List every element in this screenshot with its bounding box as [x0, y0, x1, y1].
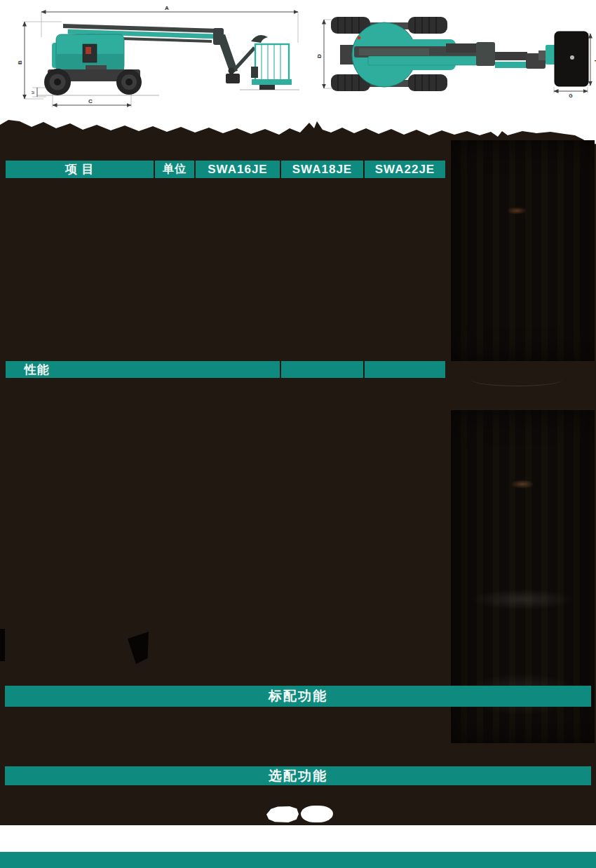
side-view-diagram: A B C M — [15, 4, 304, 114]
model-label: SWA18JE — [292, 163, 352, 177]
section-row-performance-cell — [365, 361, 445, 378]
boom-lift-side-view — [36, 24, 299, 95]
dim-label-g: G — [569, 93, 573, 98]
boom-lift-top-view — [331, 17, 588, 91]
table-header-model-swa18je: SWA18JE — [281, 161, 363, 178]
dim-label-b: B — [17, 60, 23, 65]
photo-glint — [470, 589, 575, 610]
footer-brand-bar — [0, 852, 596, 868]
optional-features-bar: 选配功能 — [5, 766, 591, 785]
logo-glyph-right — [301, 806, 333, 822]
dim-label-d: D — [316, 54, 323, 58]
dim-label-f: F — [593, 60, 596, 64]
table-header-item: 项 目 — [6, 161, 154, 178]
section-row-performance-cell — [281, 361, 363, 378]
section-row-performance: 性能 — [6, 361, 280, 378]
model-label: SWA22JE — [375, 163, 435, 177]
table-header-model-swa16je: SWA16JE — [196, 161, 280, 178]
product-photo-upper — [451, 140, 595, 361]
table-header-model-swa22je: SWA22JE — [365, 161, 445, 178]
dim-label-m: M — [31, 90, 35, 94]
performance-section-label: 性能 — [25, 362, 50, 378]
optional-features-title: 选配功能 — [269, 767, 327, 785]
table-header-item-label: 项 目 — [65, 161, 95, 177]
spec-sheet-page: { "colors": { "brand_teal": "#0E8B7E", "… — [0, 0, 596, 868]
standard-features-bar: 标配功能 — [5, 686, 591, 707]
standard-features-title: 标配功能 — [269, 687, 327, 705]
photo-highlight — [506, 207, 527, 215]
model-label: SWA16JE — [208, 163, 267, 177]
table-header-unit-label: 单位 — [163, 162, 187, 177]
dim-label-c: C — [88, 98, 93, 104]
brand-logo — [265, 803, 335, 823]
top-view-diagram: D F G — [316, 13, 596, 98]
photo-highlight — [510, 480, 534, 489]
ink-mark-left — [0, 629, 5, 661]
table-header-unit: 单位 — [155, 161, 194, 178]
logo-glyph-left — [266, 806, 299, 822]
photo-shadow — [471, 373, 562, 386]
dim-label-a: A — [165, 5, 169, 11]
